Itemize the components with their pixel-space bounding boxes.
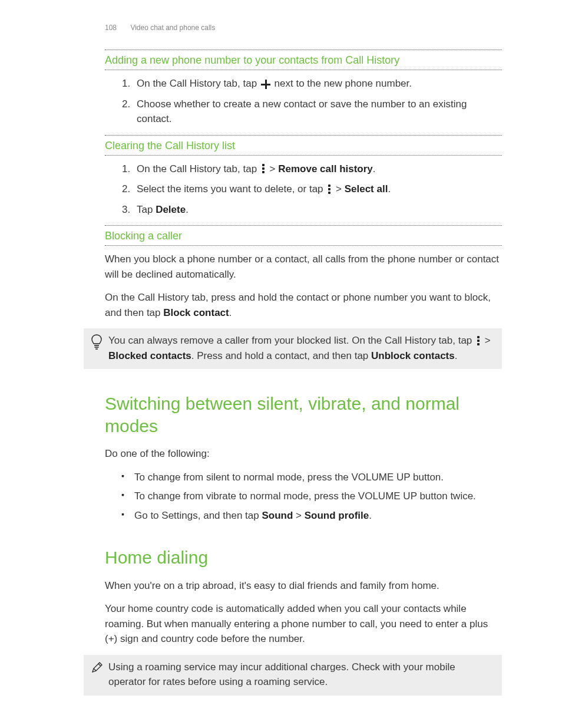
paragraph: Your home country code is automatically … [105, 601, 502, 647]
tip-text-part: You can always remove a caller from your… [108, 335, 475, 346]
list-item: To change from silent to normal mode, pr… [121, 470, 502, 485]
step-text: . [186, 204, 189, 215]
plus-icon [261, 80, 270, 89]
step-1: On the Call History tab, tap > Remove ca… [133, 162, 502, 177]
pencil-icon [91, 661, 104, 674]
subheading-add-contact: Adding a new phone number to your contac… [105, 50, 502, 70]
step-text: Select the items you want to delete, or … [137, 183, 326, 195]
page-number: 108 [105, 24, 117, 32]
note-text: Using a roaming service may incur additi… [108, 660, 495, 690]
tip-text: You can always remove a caller from your… [108, 333, 495, 363]
paragraph: When you block a phone number or a conta… [105, 252, 502, 282]
section-switching-modes: Switching between silent, vibrate, and n… [105, 393, 502, 523]
step-3: Tap Delete. [133, 202, 502, 218]
bold-text: Sound [262, 510, 293, 521]
list-item: Go to Settings, and then tap Sound > Sou… [121, 508, 502, 523]
step-2: Select the items you want to delete, or … [133, 182, 502, 197]
section-blocking-caller: Blocking a caller When you block a phone… [105, 225, 502, 369]
step-text: > [267, 163, 278, 174]
subheading-clear-history: Clearing the Call History list [105, 136, 502, 156]
heading-switching-modes: Switching between silent, vibrate, and n… [105, 393, 502, 437]
paragraph: On the Call History tab, press and hold … [105, 290, 502, 320]
bold-text: Delete [156, 204, 186, 215]
breadcrumb: Video chat and phone calls [130, 24, 215, 32]
subheading-blocking-caller: Blocking a caller [105, 226, 502, 246]
section-home-dialing: Home dialing When you're on a trip abroa… [105, 546, 502, 696]
step-text: . [388, 183, 391, 195]
bold-text: Remove call history [278, 163, 373, 174]
tip-text-part: > [482, 335, 491, 346]
step-2: Choose whether to create a new contact o… [133, 97, 502, 127]
overflow-menu-icon [477, 336, 480, 345]
bold-text: Sound profile [305, 510, 369, 521]
step-text: On the Call History tab, tap [137, 78, 260, 89]
steps-add-contact: On the Call History tab, tap next to the… [105, 76, 502, 127]
note-box: Using a roaming service may incur additi… [84, 655, 502, 696]
overflow-menu-icon [328, 185, 331, 194]
bold-text: Block contact [163, 307, 229, 318]
paragraph: When you're on a trip abroad, it's easy … [105, 578, 502, 594]
step-1: On the Call History tab, tap next to the… [133, 76, 502, 91]
paragraph-text: . [229, 307, 232, 318]
list-text: Go to Settings, and then tap [134, 510, 262, 521]
step-text: . [373, 163, 376, 174]
heading-home-dialing: Home dialing [105, 546, 502, 569]
step-text: next to the new phone number. [272, 78, 412, 89]
section-add-contact: Adding a new phone number to your contac… [105, 50, 502, 127]
tip-text-part: . Press and hold a contact, and then tap [191, 350, 371, 361]
tip-box: You can always remove a caller from your… [84, 328, 502, 369]
step-text: Tap [137, 204, 156, 215]
svg-line-4 [98, 664, 101, 666]
steps-clear-history: On the Call History tab, tap > Remove ca… [105, 162, 502, 218]
svg-line-3 [94, 668, 96, 671]
bullet-list: To change from silent to normal mode, pr… [105, 470, 502, 523]
step-text: On the Call History tab, tap [137, 163, 260, 174]
bold-text: Select all [345, 183, 388, 195]
overflow-menu-icon [262, 164, 265, 173]
tip-icon [91, 333, 108, 363]
step-text: > [333, 183, 344, 195]
bold-text: Blocked contacts [108, 350, 191, 361]
section-clear-history: Clearing the Call History list On the Ca… [105, 135, 502, 218]
list-item: To change from vibrate to normal mode, p… [121, 489, 502, 504]
list-text: > [293, 510, 304, 521]
tip-text-part: . [455, 350, 458, 361]
bold-text: Unblock contacts [371, 350, 455, 361]
list-text: . [369, 510, 372, 521]
paragraph: Do one of the following: [105, 446, 502, 462]
page-header: 108 Video chat and phone calls [105, 22, 502, 33]
note-icon [91, 660, 108, 690]
document-page: 108 Video chat and phone calls Adding a … [0, 0, 562, 725]
lightbulb-icon [91, 334, 103, 350]
